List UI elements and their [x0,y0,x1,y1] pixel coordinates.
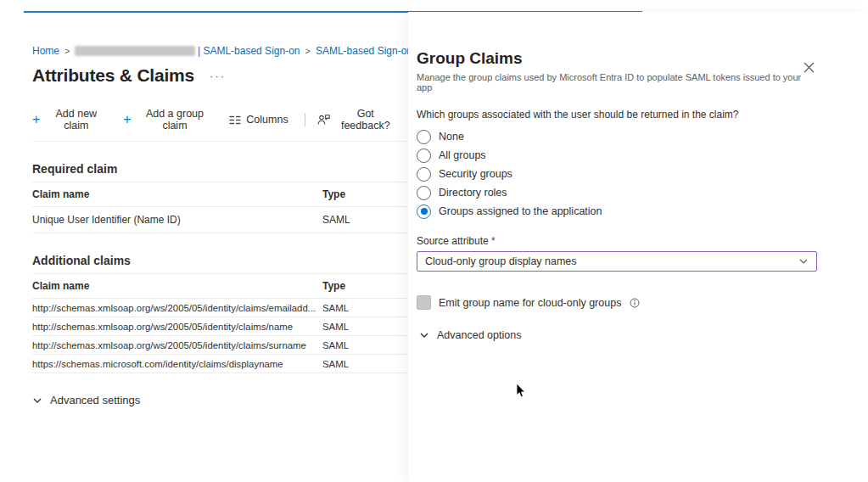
table-row[interactable]: http://schemas.xmlsoap.org/ws/2005/05/id… [32,299,416,317]
toolbar-divider [305,113,305,126]
add-new-claim-label: Add new claim [45,108,107,132]
radio-label: Groups assigned to the application [439,205,602,217]
emit-group-name-checkbox[interactable]: Emit group name for cloud-only groups [417,295,817,310]
advanced-options-label: Advanced options [437,329,521,341]
checkbox-icon [417,295,431,310]
breadcrumb-saml-signon[interactable]: | SAML-based Sign-on [198,45,300,57]
radio-option-all-groups[interactable]: All groups [417,146,817,165]
attributes-claims-page: Home > | SAML-based Sign-on > SAML-based… [24,13,412,406]
breadcrumb-separator: > [305,46,310,56]
panel-subtitle: Manage the group claims used by Microsof… [417,72,817,92]
required-claim-heading: Required claim [32,162,412,176]
add-group-claim-button[interactable]: + Add a group claim [123,108,213,132]
info-icon[interactable] [630,298,640,308]
breadcrumb-saml-signon-current[interactable]: SAML-based Sign-on [316,45,412,57]
radio-label: Directory roles [439,187,507,199]
plus-icon: + [32,115,40,125]
radio-icon [417,205,431,219]
table-row[interactable]: https://schemas.microsoft.com/identity/c… [32,355,416,373]
table-row[interactable]: http://schemas.xmlsoap.org/ws/2005/05/id… [32,336,416,355]
command-bar: + Add new claim + Add a group claim Colu… [32,108,412,142]
table-row[interactable]: Unique User Identifier (Name ID) SAML [32,207,416,233]
claim-name: http://schemas.xmlsoap.org/ws/2005/05/id… [32,322,322,332]
source-attribute-text: Source attribute [417,235,489,247]
required-claim-table: Claim name Type Unique User Identifier (… [32,182,416,233]
claim-type: SAML [322,340,416,350]
breadcrumb-home[interactable]: Home [32,45,59,57]
radio-label: Security groups [439,168,512,180]
columns-icon [229,115,241,126]
plus-icon: + [123,115,131,125]
chevron-down-icon [32,395,42,406]
columns-button[interactable]: Columns [229,114,288,126]
additional-claims-heading: Additional claims [32,254,412,267]
breadcrumb-app-name-redacted [75,46,195,56]
chevron-down-icon [798,256,809,266]
required-marker: * [491,235,496,247]
group-claims-panel: Group Claims Manage the group claims use… [408,12,868,482]
radio-icon [417,167,431,182]
radio-option-directory-roles[interactable]: Directory roles [417,183,817,202]
table-row[interactable]: http://schemas.xmlsoap.org/ws/2005/05/id… [32,317,416,336]
table-header: Claim name Type [32,182,416,207]
close-icon[interactable] [801,59,817,76]
additional-claims-table: Claim name Type http://schemas.xmlsoap.o… [32,273,416,373]
group-claims-question: Which groups associated with the user sh… [417,109,817,120]
claim-name: http://schemas.xmlsoap.org/ws/2005/05/id… [32,340,322,350]
radio-option-security-groups[interactable]: Security groups [417,165,817,183]
breadcrumb: Home > | SAML-based Sign-on > SAML-based… [32,45,412,57]
got-feedback-label: Got feedback? [335,108,396,132]
advanced-settings-label: Advanced settings [50,394,140,406]
claim-type: SAML [322,322,416,332]
table-header: Claim name Type [32,273,416,299]
claim-name: Unique User Identifier (Name ID) [32,214,322,226]
got-feedback-button[interactable]: Got feedback? [317,108,396,132]
claim-name: https://schemas.microsoft.com/identity/c… [32,359,322,369]
more-menu-icon[interactable]: ··· [210,70,226,82]
source-attribute-dropdown[interactable]: Cloud-only group display names [417,251,817,272]
dropdown-selected-value: Cloud-only group display names [425,255,577,267]
column-header-claim-name: Claim name [32,188,322,200]
radio-option-groups-assigned[interactable]: Groups assigned to the application [417,202,817,221]
claim-type: SAML [322,214,416,226]
add-group-claim-label: Add a group claim [137,108,214,132]
page-title: Attributes & Claims [32,65,194,86]
add-new-claim-button[interactable]: + Add new claim [32,108,107,132]
radio-label: None [439,131,464,143]
emit-group-name-label: Emit group name for cloud-only groups [439,297,621,309]
advanced-settings-toggle[interactable]: Advanced settings [32,394,412,406]
radio-icon [417,186,431,200]
columns-label: Columns [246,114,288,126]
claim-name: http://schemas.xmlsoap.org/ws/2005/05/id… [32,303,322,313]
radio-label: All groups [439,149,486,161]
screen: Home > | SAML-based Sign-on > SAML-based… [0,0,868,482]
feedback-icon [317,114,330,126]
radio-option-none[interactable]: None [417,127,817,146]
advanced-options-toggle[interactable]: Advanced options [419,329,817,341]
column-header-type: Type [322,280,416,292]
column-header-claim-name: Claim name [32,280,322,292]
chevron-down-icon [419,330,429,340]
column-header-type: Type [322,188,416,200]
title-row: Attributes & Claims ··· [32,65,412,86]
group-options-radio-group: None All groups Security groups Director… [417,127,817,221]
radio-icon [417,149,431,163]
radio-icon [417,130,431,144]
breadcrumb-separator: > [64,46,70,56]
claim-type: SAML [322,359,416,369]
claim-type: SAML [322,303,416,313]
panel-title: Group Claims [417,49,817,68]
source-attribute-label: Source attribute * [417,235,817,247]
